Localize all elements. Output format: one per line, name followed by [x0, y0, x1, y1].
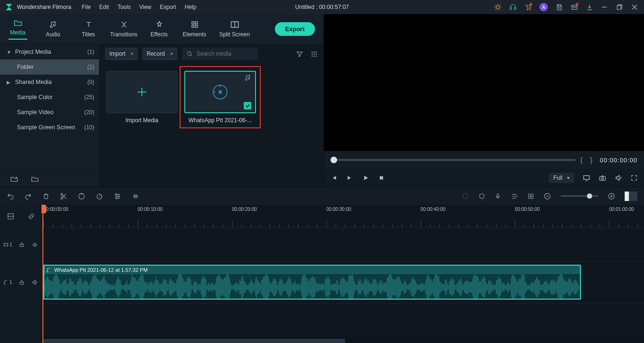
svg-rect-25 — [584, 176, 589, 179]
eye-icon[interactable] — [32, 242, 38, 248]
lock-icon[interactable] — [19, 242, 25, 248]
timeline-h-scrollbar[interactable] — [41, 337, 644, 343]
empty-track-area[interactable] — [41, 303, 644, 337]
next-frame-icon[interactable] — [347, 175, 353, 181]
fullscreen-icon[interactable] — [631, 175, 637, 181]
svg-point-27 — [602, 177, 603, 179]
timeline-body[interactable]: 00:00:00:00 00:00:10:00 00:00:20:00 00:0… — [41, 205, 644, 343]
timeline-ruler[interactable]: 00:00:00:00 00:00:10:00 00:00:20:00 00:0… — [41, 205, 644, 227]
new-folder-icon[interactable] — [10, 176, 18, 182]
media-item-clip1[interactable]: WhatsApp Ptt 2021-06-... — [184, 71, 256, 124]
delete-icon[interactable] — [42, 192, 50, 200]
volume-icon[interactable] — [615, 174, 622, 182]
tree-sample-green[interactable]: Sample Green Screen (10) — [0, 120, 99, 135]
tree-shared-media[interactable]: ▶Shared Media (0) — [0, 75, 99, 90]
svg-point-23 — [219, 91, 222, 93]
tab-titles[interactable]: Titles — [71, 14, 106, 44]
mark-brackets[interactable]: { } — [580, 156, 595, 164]
tree-sample-video[interactable]: Sample Video (20) — [0, 105, 99, 120]
tab-transitions[interactable]: Transitions — [106, 14, 141, 44]
zoom-out-icon[interactable] — [544, 192, 551, 200]
window-minimize[interactable] — [601, 3, 608, 11]
search-media[interactable] — [182, 48, 258, 60]
window-close[interactable] — [631, 3, 638, 11]
preview-viewport[interactable] — [324, 14, 644, 151]
tab-splitscreen[interactable]: Split Screen — [212, 14, 257, 44]
video-track-header[interactable]: 1 — [0, 227, 41, 261]
split-icon[interactable] — [60, 192, 67, 200]
svg-rect-26 — [600, 176, 605, 180]
display-icon[interactable] — [583, 175, 590, 181]
tree-sample-color[interactable]: Sample Color (25) — [0, 90, 99, 105]
main-menu: File Edit Tools View Export Help — [82, 4, 196, 10]
menu-file[interactable]: File — [82, 4, 91, 10]
cart-icon[interactable] — [524, 3, 532, 11]
user-avatar[interactable]: A — [539, 3, 548, 11]
prev-frame-icon[interactable] — [330, 175, 337, 181]
menu-edit[interactable]: Edit — [99, 4, 109, 10]
playhead[interactable] — [42, 205, 43, 343]
message-icon[interactable] — [570, 3, 578, 11]
menu-export[interactable]: Export — [160, 4, 176, 10]
mute-icon[interactable] — [32, 279, 38, 285]
app-name: Wondershare Filmora — [17, 4, 71, 10]
tab-audio[interactable]: Audio — [35, 14, 71, 44]
marker-icon[interactable] — [78, 192, 85, 200]
svg-point-0 — [496, 6, 500, 9]
import-media-card[interactable]: Import Media — [106, 71, 178, 124]
snapshot-icon[interactable] — [599, 175, 606, 181]
menu-tools[interactable]: Tools — [117, 4, 131, 10]
play-icon[interactable] — [363, 175, 369, 181]
audio-track-1[interactable]: WhatsApp Ptt 2021-06-12 at 1.57.32 PM — [41, 261, 644, 303]
playback-quality[interactable]: Full▾ — [549, 173, 574, 183]
timeline-size-toggle[interactable] — [625, 192, 637, 201]
menu-help[interactable]: Help — [185, 4, 197, 10]
media-tree-panel: ▼Project Media (1) Folder (1) ▶Shared Me… — [0, 44, 99, 187]
tab-elements[interactable]: Elements — [177, 14, 212, 44]
video-track-1[interactable] — [41, 227, 644, 261]
tree-folder[interactable]: Folder (1) — [0, 59, 99, 75]
mixer-icon[interactable] — [511, 193, 518, 200]
window-maximize[interactable] — [616, 3, 623, 11]
search-input[interactable] — [197, 50, 253, 57]
redo-icon[interactable] — [25, 192, 32, 200]
timeline: 1 1 00:00:00:00 00:00:10:00 00:00:20:00 … — [0, 205, 644, 343]
audio-clip[interactable]: WhatsApp Ptt 2021-06-12 at 1.57.32 PM — [43, 265, 581, 300]
keyframe-icon[interactable] — [528, 193, 534, 200]
grid-view-icon[interactable] — [311, 50, 318, 58]
audio-waveform-icon[interactable] — [132, 192, 140, 200]
speed-icon[interactable] — [96, 192, 103, 200]
menu-view[interactable]: View — [139, 4, 151, 10]
svg-rect-24 — [380, 176, 383, 180]
lock-icon[interactable] — [19, 279, 25, 285]
svg-rect-8 — [195, 22, 198, 24]
tree-project-media[interactable]: ▼Project Media (1) — [0, 44, 99, 59]
headset-icon[interactable] — [509, 3, 517, 11]
download-icon[interactable] — [586, 3, 593, 11]
voiceover-icon[interactable] — [495, 192, 501, 200]
link-icon[interactable] — [28, 213, 35, 220]
undo-icon[interactable] — [7, 192, 14, 200]
svg-point-34 — [116, 197, 117, 199]
zoom-in-icon[interactable] — [608, 192, 615, 200]
stop-icon[interactable] — [379, 175, 384, 181]
adjust-icon[interactable] — [114, 192, 121, 200]
player-controls: Full▾ — [324, 169, 644, 187]
manage-tracks-icon[interactable] — [7, 213, 14, 220]
timeline-tools — [0, 187, 644, 205]
zoom-slider[interactable] — [561, 195, 598, 197]
idea-icon[interactable] — [494, 3, 502, 11]
folder-icon[interactable] — [31, 176, 39, 182]
tab-effects[interactable]: Effects — [141, 14, 177, 44]
preview-scrubber[interactable] — [330, 159, 576, 161]
tab-media[interactable]: Media — [0, 14, 35, 44]
filter-icon[interactable] — [296, 50, 303, 58]
record-dropdown[interactable]: Record▾ — [142, 48, 177, 60]
render-icon[interactable] — [462, 192, 469, 200]
audio-track-header[interactable]: 1 — [0, 261, 41, 303]
export-button[interactable]: Export — [275, 22, 315, 36]
shield-icon[interactable] — [479, 192, 485, 200]
save-icon[interactable] — [555, 3, 563, 11]
svg-point-14 — [314, 51, 315, 52]
import-dropdown[interactable]: Import▾ — [105, 48, 138, 60]
